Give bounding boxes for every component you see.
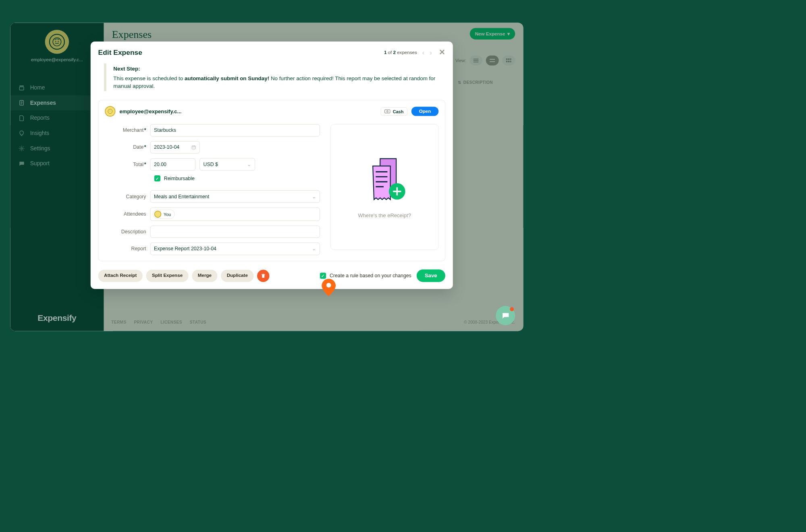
attach-receipt-button[interactable]: Attach Receipt: [98, 270, 143, 282]
svg-point-26: [387, 110, 388, 112]
receipt-column: Where's the eReceipt?: [330, 124, 438, 255]
modal-close-button[interactable]: ✕: [439, 48, 445, 57]
pager-count: 1 of 2 expenses: [384, 50, 417, 55]
pager-prev-button[interactable]: ‹: [422, 49, 424, 56]
cash-label: Cash: [393, 109, 404, 114]
attendees-label: Attendees: [105, 211, 150, 217]
trash-icon: [261, 273, 266, 279]
annotation-pin-icon: [321, 278, 337, 297]
checkbox-checked-icon: ✓: [154, 175, 160, 181]
create-rule-label: Create a rule based on your changes: [330, 273, 411, 279]
merchant-input[interactable]: Starbucks: [150, 124, 320, 136]
expense-card: employee@expensify.c... Cash Open Mercha…: [98, 100, 445, 261]
merchant-label: Merchant: [105, 127, 150, 133]
delete-button[interactable]: [257, 270, 269, 282]
report-label: Report: [105, 246, 150, 252]
date-input[interactable]: 2023-10-04: [150, 141, 200, 153]
reimbursable-checkbox-row[interactable]: ✓ Reimbursable: [154, 175, 320, 181]
modal-pager: 1 of 2 expenses ‹ › ✕: [384, 48, 445, 57]
save-button[interactable]: Save: [417, 269, 445, 282]
next-step-label: Next Step:: [113, 64, 442, 73]
total-input[interactable]: 20.00: [150, 158, 195, 170]
chevron-down-icon: ⌄: [312, 246, 316, 252]
currency-select[interactable]: USD $⌄: [199, 158, 255, 170]
svg-point-40: [326, 283, 331, 288]
next-step-banner: Next Step: This expense is scheduled to …: [104, 63, 442, 91]
support-chat-button[interactable]: [496, 306, 515, 325]
split-expense-button[interactable]: Split Expense: [146, 270, 189, 282]
form-column: Merchant Starbucks Date 2023-10-04 Total…: [105, 124, 320, 255]
chevron-down-icon: ⌄: [312, 193, 316, 200]
attendee-chip[interactable]: You: [153, 210, 175, 219]
open-button[interactable]: Open: [411, 107, 438, 116]
modal-title: Edit Expense: [98, 48, 142, 56]
description-label: Description: [105, 229, 150, 235]
report-select[interactable]: Expense Report 2023-10-04⌄: [150, 243, 320, 255]
owner-avatar: [105, 106, 115, 116]
total-label: Total: [105, 162, 150, 168]
receipt-dropzone[interactable]: Where's the eReceipt?: [330, 124, 438, 250]
payment-type-chip[interactable]: Cash: [381, 107, 407, 116]
next-step-text: This expense is scheduled to automatical…: [113, 75, 435, 89]
duplicate-button[interactable]: Duplicate: [221, 270, 253, 282]
category-label: Category: [105, 193, 150, 200]
svg-rect-39: [262, 274, 265, 274]
attendees-input[interactable]: You: [150, 208, 320, 221]
svg-rect-27: [192, 146, 195, 149]
receipt-illustration-icon: [363, 156, 407, 202]
date-label: Date: [105, 144, 150, 150]
svg-point-24: [111, 111, 111, 111]
calendar-icon: [191, 145, 196, 150]
description-input[interactable]: [150, 226, 320, 238]
category-select[interactable]: Meals and Entertainment⌄: [150, 190, 320, 203]
owner-email: employee@expensify.c...: [120, 108, 182, 114]
svg-point-23: [109, 111, 110, 111]
card-owner: employee@expensify.c...: [105, 106, 181, 116]
pager-next-button[interactable]: ›: [430, 49, 432, 56]
cash-icon: [384, 109, 391, 113]
attendee-avatar-icon: [154, 211, 161, 218]
receipt-placeholder-text: Where's the eReceipt?: [358, 212, 411, 218]
svg-point-22: [108, 109, 112, 114]
svg-rect-25: [385, 110, 390, 113]
reimbursable-label: Reimbursable: [164, 175, 195, 181]
action-pills: Attach Receipt Split Expense Merge Dupli…: [98, 270, 270, 282]
chevron-down-icon: ⌄: [247, 161, 251, 167]
edit-expense-modal: Edit Expense 1 of 2 expenses ‹ › ✕ Next …: [91, 42, 453, 289]
merge-button[interactable]: Merge: [192, 270, 217, 282]
